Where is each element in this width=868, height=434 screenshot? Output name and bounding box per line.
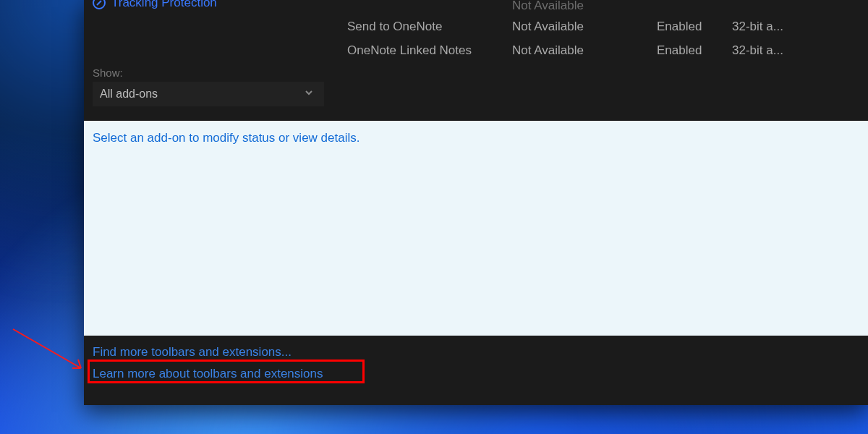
show-filter-label: Show:	[93, 67, 315, 79]
table-row[interactable]: Not Available	[323, 0, 868, 14]
cell-status: Enabled	[657, 20, 732, 34]
cell-architecture: 32-bit a...	[732, 20, 868, 34]
cell-status: Enabled	[657, 43, 732, 58]
cell-name: Send to OneNote	[323, 20, 512, 34]
footer: Find more toolbars and extensions... Lea…	[84, 336, 868, 405]
cell-publisher: Not Available	[512, 0, 657, 13]
addons-manager-window: Tracking Protection Show: All add-ons No…	[84, 0, 868, 405]
do-not-track-icon	[93, 0, 106, 9]
show-filter-value: All add-ons	[100, 88, 158, 101]
sidebar: Tracking Protection Show: All add-ons	[84, 0, 323, 121]
table-row[interactable]: OneNote Linked Notes Not Available Enabl…	[323, 38, 868, 62]
find-more-link[interactable]: Find more toolbars and extensions...	[93, 341, 868, 363]
chevron-down-icon	[304, 88, 314, 101]
addons-table: Not Available Send to OneNote Not Availa…	[323, 0, 868, 121]
learn-more-link[interactable]: Learn more about toolbars and extensions	[93, 363, 868, 385]
cell-architecture: 32-bit a...	[732, 43, 868, 58]
details-prompt: Select an add-on to modify status or vie…	[93, 131, 359, 145]
sidebar-item-tracking-protection[interactable]: Tracking Protection	[93, 0, 315, 10]
sidebar-item-label: Tracking Protection	[111, 0, 217, 10]
show-filter-dropdown[interactable]: All add-ons	[93, 82, 324, 106]
cell-publisher: Not Available	[512, 20, 657, 34]
cell-name: OneNote Linked Notes	[323, 43, 512, 58]
table-row[interactable]: Send to OneNote Not Available Enabled 32…	[323, 14, 868, 38]
cell-publisher: Not Available	[512, 43, 657, 58]
